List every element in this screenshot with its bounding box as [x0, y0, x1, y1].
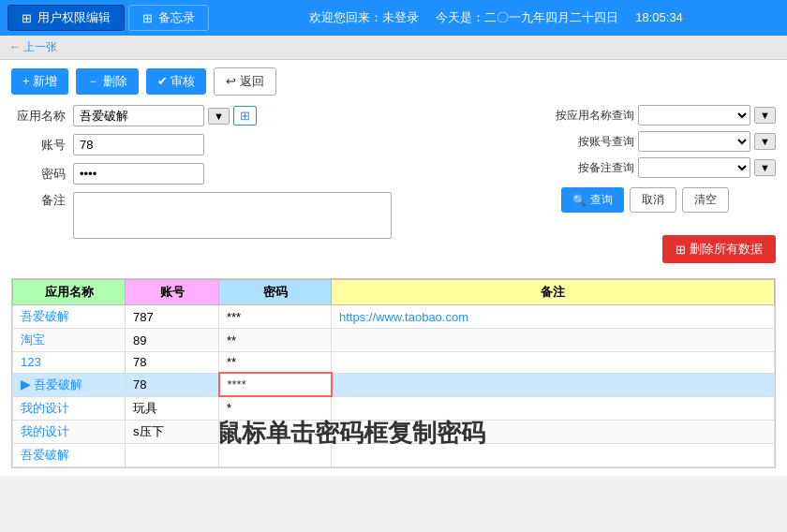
table-wrapper: 应用名称 账号 密码 备注 吾爱破解787***https://www.taob…: [11, 271, 776, 468]
top-bar: ⊞ 用户权限编辑 ⊞ 备忘录 欢迎您回来：未登录 今天是：二〇一九年四月二十四日…: [0, 0, 787, 36]
app-name-select[interactable]: 吾爱破解: [73, 105, 204, 126]
table-row[interactable]: 淘宝89**: [13, 329, 775, 352]
query-memo-dropdown-icon[interactable]: ▼: [754, 159, 776, 176]
col-account: 账号: [126, 280, 219, 305]
query-app-dropdown-icon[interactable]: ▼: [754, 107, 776, 124]
col-app: 应用名称: [13, 280, 126, 305]
memo-textarea[interactable]: [73, 192, 392, 239]
cell-account: 787: [126, 305, 219, 329]
toolbar: + 新增 － 删除 ✔ 审核 ↩ 返回: [11, 67, 776, 96]
app-name-dropdown-icon[interactable]: ▼: [208, 108, 230, 125]
cell-app: 我的设计: [13, 420, 126, 443]
col-password: 密码: [219, 280, 332, 305]
memo-row: 备注: [11, 192, 498, 239]
cell-app: 123: [13, 352, 126, 374]
cell-memo: [332, 443, 775, 466]
cell-memo: [332, 373, 775, 396]
cell-password[interactable]: *: [219, 420, 332, 443]
app-name-grid-button[interactable]: ⊞: [233, 106, 257, 126]
new-button[interactable]: + 新增: [11, 68, 68, 95]
table-row[interactable]: 12378**: [13, 352, 775, 374]
grid-delete-icon: ⊞: [676, 243, 686, 257]
tab-user-permissions[interactable]: ⊞ 用户权限编辑: [7, 5, 125, 31]
right-panel: 按应用名称查询 ▼ 按账号查询 ▼ 按备注查询 ▼ 🔍 查询 取消: [513, 105, 776, 263]
return-button[interactable]: ↩ 返回: [214, 67, 276, 96]
cell-memo: [332, 329, 775, 352]
cell-password[interactable]: **: [219, 352, 332, 374]
query-app-row: 按应用名称查询 ▼: [513, 105, 776, 126]
cell-password[interactable]: **: [219, 329, 332, 352]
delete-button[interactable]: － 删除: [76, 68, 139, 95]
query-account-select[interactable]: [638, 131, 750, 152]
cell-memo: https://www.taobao.com: [332, 305, 775, 329]
table-row[interactable]: 我的设计s压下*: [13, 420, 775, 443]
cell-app: 我的设计: [13, 396, 126, 420]
cell-account: 78: [126, 373, 219, 396]
grid-icon2: ⊞: [142, 11, 153, 25]
form-area: 应用名称 吾爱破解 ▼ ⊞ 账号 密码 备注: [11, 105, 498, 263]
cell-memo: [332, 396, 775, 420]
table-row[interactable]: 吾爱破解: [13, 443, 775, 466]
breadcrumb: ← 上一张: [0, 36, 787, 60]
app-name-row: 应用名称 吾爱破解 ▼ ⊞: [11, 105, 498, 126]
cell-password[interactable]: *: [219, 396, 332, 420]
cell-memo: [332, 352, 775, 374]
query-account-dropdown-icon[interactable]: ▼: [754, 133, 776, 150]
grid-icon: ⊞: [22, 11, 32, 25]
memo-label: 备注: [11, 192, 66, 209]
query-app-select[interactable]: [638, 105, 750, 126]
table-row[interactable]: 我的设计玩具*: [13, 396, 775, 420]
query-buttons: 🔍 查询 取消 清空: [513, 187, 776, 213]
cell-password[interactable]: ****: [219, 373, 332, 396]
cell-account: 78: [126, 352, 219, 374]
cell-memo: [332, 420, 775, 443]
query-account-label: 按账号查询: [578, 134, 634, 150]
password-row: 密码: [11, 163, 498, 185]
prev-link[interactable]: ← 上一张: [9, 39, 57, 55]
cell-app: 吾爱破解: [13, 443, 126, 466]
clear-button[interactable]: 清空: [682, 187, 729, 213]
query-memo-row: 按备注查询 ▼: [513, 157, 776, 178]
account-label: 账号: [11, 137, 66, 154]
query-memo-label: 按备注查询: [578, 160, 634, 176]
cell-account: s压下: [126, 420, 219, 443]
cell-password[interactable]: ***: [219, 305, 332, 329]
cancel-button[interactable]: 取消: [630, 187, 676, 213]
app-name-label: 应用名称: [11, 108, 66, 125]
table-row[interactable]: ▶ 吾爱破解78****: [13, 373, 775, 396]
account-row: 账号: [11, 134, 498, 155]
top-bar-welcome: 欢迎您回来：未登录 今天是：二〇一九年四月二十四日 18:05:34: [213, 9, 780, 26]
cell-password[interactable]: [219, 443, 332, 466]
query-account-row: 按账号查询 ▼: [513, 131, 776, 152]
cell-app: ▶ 吾爱破解: [13, 373, 126, 396]
col-memo: 备注: [332, 280, 775, 305]
cell-account: 89: [126, 329, 219, 352]
table-area: 应用名称 账号 密码 备注 吾爱破解787***https://www.taob…: [11, 278, 776, 468]
data-table: 应用名称 账号 密码 备注 吾爱破解787***https://www.taob…: [12, 279, 775, 467]
password-label: 密码: [11, 166, 66, 183]
delete-all-button[interactable]: ⊞ 删除所有数据: [662, 235, 776, 263]
query-memo-select[interactable]: [638, 157, 750, 178]
app-name-wrapper: 吾爱破解 ▼ ⊞: [73, 105, 257, 126]
query-button[interactable]: 🔍 查询: [561, 187, 624, 213]
cell-account: 玩具: [126, 396, 219, 420]
form-right-wrapper: 应用名称 吾爱破解 ▼ ⊞ 账号 密码 备注: [11, 105, 776, 263]
main-area: + 新增 － 删除 ✔ 审核 ↩ 返回 应用名称 吾爱破解 ▼ ⊞: [0, 60, 787, 476]
cell-account: [126, 443, 219, 466]
cell-app: 淘宝: [13, 329, 126, 352]
search-icon: 🔍: [572, 194, 587, 207]
tab-memo[interactable]: ⊞ 备忘录: [128, 5, 209, 31]
cell-app: 吾爱破解: [13, 305, 126, 329]
password-input[interactable]: [73, 163, 204, 185]
audit-button[interactable]: ✔ 审核: [146, 68, 207, 95]
query-app-label: 按应用名称查询: [556, 108, 634, 124]
table-row[interactable]: 吾爱破解787***https://www.taobao.com: [13, 305, 775, 329]
account-input[interactable]: [73, 134, 204, 155]
